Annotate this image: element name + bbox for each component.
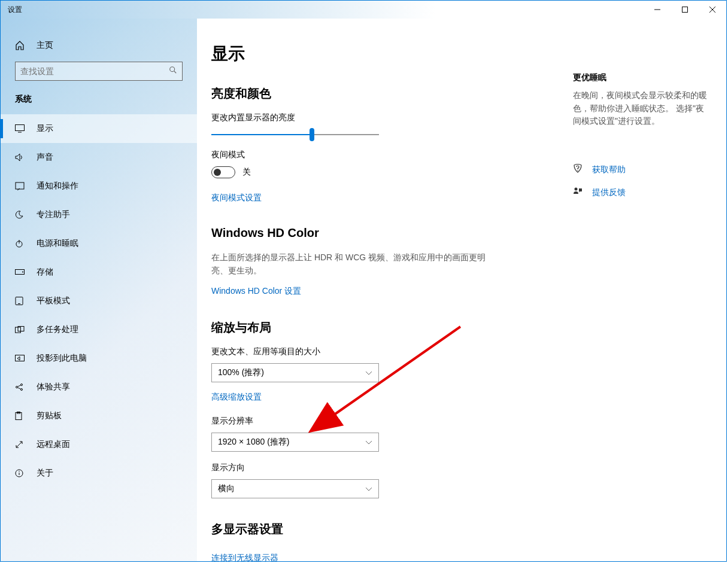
resolution-label: 显示分辨率: [211, 416, 547, 427]
brightness-slider-label: 更改内置显示器的亮度: [211, 112, 547, 123]
maximize-button[interactable]: [671, 1, 699, 19]
nav-project[interactable]: 投影到此电脑: [1, 344, 197, 373]
page-title: 显示: [211, 42, 547, 65]
slider-thumb[interactable]: [310, 128, 314, 141]
get-help-link[interactable]: 获取帮助: [573, 164, 712, 176]
text-size-dropdown[interactable]: 100% (推荐): [211, 363, 379, 382]
resolution-dropdown[interactable]: 1920 × 1080 (推荐): [211, 433, 379, 452]
nav-item-label: 专注助手: [37, 209, 70, 220]
nav-remote[interactable]: 远程桌面: [1, 430, 197, 459]
moon-icon: [15, 211, 27, 219]
svg-rect-8: [16, 182, 24, 189]
svg-line-5: [174, 71, 177, 74]
multi-heading: 多显示器设置: [211, 521, 547, 537]
nav-item-label: 剪贴板: [37, 410, 62, 421]
advanced-scale-link[interactable]: 高级缩放设置: [211, 392, 262, 403]
text-size-value: 100% (推荐): [218, 367, 264, 378]
nav-focus[interactable]: 专注助手: [1, 200, 197, 229]
nav-storage[interactable]: 存储: [1, 258, 197, 287]
right-heading: 更优睡眠: [573, 72, 712, 83]
search-input[interactable]: [20, 66, 169, 76]
svg-point-19: [21, 384, 23, 386]
main-panel: 显示 亮度和颜色 更改内置显示器的亮度 夜间模式 关 夜间模式设置 Window…: [197, 19, 726, 561]
notification-icon: [15, 182, 27, 190]
nav-multitask[interactable]: 多任务处理: [1, 315, 197, 344]
svg-point-20: [21, 389, 23, 391]
multitask-icon: [15, 326, 27, 333]
orientation-value: 横向: [218, 483, 235, 494]
svg-line-21: [17, 385, 20, 387]
svg-rect-6: [16, 125, 25, 131]
nav-item-label: 多任务处理: [37, 324, 78, 335]
text-size-label: 更改文本、应用等项目的大小: [211, 346, 547, 357]
nav-list: 显示 声音 通知和操作 专注助手 电源和睡眠 存储 平板模式 多任务处理 投影到…: [1, 114, 197, 488]
nav-tablet[interactable]: 平板模式: [1, 287, 197, 315]
nav-item-label: 存储: [37, 267, 53, 278]
hd-heading: Windows HD Color: [211, 226, 547, 240]
close-button[interactable]: [699, 1, 726, 19]
brightness-slider[interactable]: [211, 134, 379, 135]
chevron-down-icon: [365, 484, 372, 494]
help-icon: [573, 164, 584, 176]
annotation-arrow-1: [197, 114, 203, 212]
search-box[interactable]: [15, 62, 183, 81]
scale-heading: 缩放与布局: [211, 319, 547, 336]
home-nav[interactable]: 主页: [1, 35, 197, 62]
home-icon: [15, 41, 27, 50]
feedback-link[interactable]: 提供反馈: [573, 187, 712, 199]
svg-point-18: [16, 387, 18, 388]
chevron-down-icon: [365, 437, 372, 447]
info-icon: [15, 469, 27, 477]
hd-description: 在上面所选择的显示器上让 HDR 和 WCG 视频、游戏和应用中的画面更明亮、更…: [211, 251, 487, 278]
nav-notifications[interactable]: 通知和操作: [1, 172, 197, 200]
wireless-display-link[interactable]: 连接到无线显示器: [211, 553, 278, 561]
svg-point-29: [577, 170, 578, 171]
orientation-dropdown[interactable]: 横向: [211, 479, 379, 498]
slider-fill: [211, 134, 312, 135]
nav-item-label: 体验共享: [37, 382, 70, 392]
right-panel: 更优睡眠 在晚间，夜间模式会显示较柔和的暖色，帮助你进入睡眠状态。 选择"夜间模…: [573, 72, 712, 209]
clipboard-icon: [15, 412, 27, 420]
power-icon: [15, 239, 27, 248]
toggle-knob: [214, 169, 221, 176]
night-mode-settings-link[interactable]: 夜间模式设置: [211, 193, 262, 203]
storage-icon: [15, 269, 27, 275]
orientation-label: 显示方向: [211, 462, 547, 473]
nav-shared[interactable]: 体验共享: [1, 373, 197, 401]
nav-power[interactable]: 电源和睡眠: [1, 229, 197, 258]
nav-item-label: 通知和操作: [37, 181, 78, 191]
right-text: 在晚间，夜间模式会显示较柔和的暖色，帮助你进入睡眠状态。 选择"夜间模式设置"进…: [573, 89, 712, 128]
chevron-down-icon: [365, 368, 372, 378]
category-label: 系统: [1, 94, 197, 114]
nav-item-label: 关于: [37, 468, 53, 479]
svg-line-22: [17, 388, 20, 389]
nav-clipboard[interactable]: 剪贴板: [1, 401, 197, 430]
nav-display[interactable]: 显示: [1, 114, 197, 143]
svg-point-12: [22, 272, 23, 273]
titlebar: 设置: [1, 1, 726, 19]
nav-sound[interactable]: 声音: [1, 143, 197, 172]
minimize-button[interactable]: [644, 1, 671, 19]
svg-point-28: [19, 471, 19, 471]
nav-item-label: 声音: [37, 152, 53, 163]
nav-item-label: 投影到此电脑: [37, 353, 87, 364]
svg-point-30: [575, 188, 578, 191]
nav-item-label: 电源和睡眠: [37, 238, 78, 249]
svg-line-25: [16, 442, 22, 448]
svg-point-4: [170, 67, 175, 72]
toggle-state-label: 关: [242, 167, 251, 178]
feedback-icon: [573, 187, 584, 199]
project-icon: [15, 355, 27, 362]
sidebar: 主页 系统 显示 声音 通知和操作 专注助手 电源和睡眠 存储 平板模式 多任务…: [1, 19, 197, 561]
nav-item-label: 远程桌面: [37, 439, 70, 450]
content-area: 主页 系统 显示 声音 通知和操作 专注助手 电源和睡眠 存储 平板模式 多任务…: [1, 19, 726, 561]
help-label: 获取帮助: [592, 165, 626, 175]
night-mode-toggle[interactable]: [211, 166, 235, 178]
nav-item-label: 平板模式: [37, 296, 70, 306]
hd-settings-link[interactable]: Windows HD Color 设置: [211, 286, 301, 297]
speaker-icon: [15, 153, 27, 162]
search-icon: [169, 66, 177, 77]
nav-about[interactable]: 关于: [1, 459, 197, 488]
window-controls: [644, 1, 726, 19]
settings-window: 设置 主页 系统 显示 声音 通知和操作 专注助手 电源和睡眠 存: [0, 0, 727, 562]
